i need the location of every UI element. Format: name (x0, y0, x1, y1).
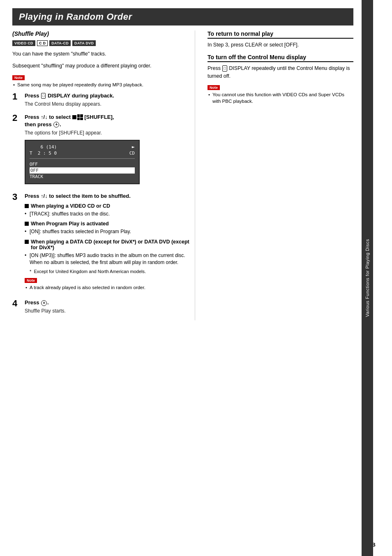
section-header-videocD: When playing a VIDEO CD or CD (25, 203, 191, 209)
circle-plus-icon-2 (41, 300, 47, 306)
note-label-right: Note (208, 85, 220, 90)
badge-data-cd: DATA-CD (49, 40, 71, 46)
section-label-data: When playing a DATA CD (except for DivX*… (31, 239, 191, 250)
badge-video-cd: VIDEO CD (12, 40, 35, 46)
step-4-desc: Shuffle Play starts. (25, 308, 191, 315)
section-item-track: [TRACK]: shuffles tracks on the disc. (25, 211, 191, 218)
section-item-on: [ON]: shuffles tracks selected in Progra… (25, 228, 191, 235)
page-title-box: Playing in Random Order (12, 8, 353, 25)
black-sq-3 (25, 240, 29, 244)
note-item-2: A track already played is also selected … (25, 284, 191, 291)
black-sq-1 (25, 204, 29, 208)
section-label-videocd: When playing a VIDEO CD or CD (31, 203, 110, 209)
left-column: (Shuffle Play) VIDEO CD C D DATA-CD DATA… (12, 30, 195, 320)
step-3-number: 3 (12, 192, 21, 202)
note-label-2: Note (25, 278, 37, 283)
right-text-1: In Step 3, press CLEAR or select [OFF]. (208, 41, 353, 49)
badge-cd: C D (37, 40, 48, 46)
section-body-program: [ON]: shuffles tracks selected in Progra… (25, 228, 191, 235)
note-text-right: You cannot use this function with VIDEO … (208, 91, 353, 104)
side-tab-text: Various Functions for Playing Discs (365, 239, 370, 317)
footnote: * Except for United Kingdom and North Am… (25, 269, 191, 275)
screen-track: 6 (14) (30, 144, 57, 150)
screen-option-off1: OFF (30, 161, 135, 167)
note-box-right: Note You cannot use this function with V… (208, 84, 353, 104)
step-1-desc: The Control Menu display appears. (25, 101, 191, 108)
section-label-program: When Program Play is activated (31, 221, 109, 227)
circle-plus-icon-1 (53, 122, 59, 127)
badge-data-dvd: DATA DVD (72, 40, 96, 46)
step-4-content: Press . Shuffle Play starts. (25, 299, 191, 316)
note-item-right: You cannot use this function with VIDEO … (208, 91, 353, 104)
screen-time: T 2 : 5 0 (30, 150, 57, 156)
screen-top-row: 6 (14) T 2 : 5 0 ► CD (30, 144, 135, 157)
display-icon-1: □ (41, 93, 46, 99)
screen-track-info: 6 (14) T 2 : 5 0 (30, 144, 57, 157)
subtitle: (Shuffle Play) (12, 30, 191, 37)
step-2: 2 Press ↑/↓ to select (12, 114, 191, 188)
badge-row: VIDEO CD C D DATA-CD DATA DVD (12, 40, 191, 46)
shuffle-sq (72, 115, 76, 119)
note-label-1: Note (12, 75, 25, 80)
section-header-data: When playing a DATA CD (except for DivX*… (25, 239, 191, 250)
intro-text-1: You can have the system "shuffle" tracks… (12, 50, 191, 58)
step-3-content: Press ↑/↓ to select the item to be shuff… (25, 192, 191, 295)
right-column: To return to normal play In Step 3, pres… (203, 30, 353, 320)
step-4: 4 Press . Shuffle Play starts. (12, 299, 191, 316)
black-sq-2 (25, 222, 29, 226)
step-4-number: 4 (12, 299, 21, 308)
shuffle-grid (77, 114, 83, 120)
step-2-content: Press ↑/↓ to select [SHUFFLE] (25, 114, 191, 188)
step-1-title: Press □ DISPLAY during playback. (25, 92, 191, 100)
step-1-number: 1 (12, 92, 21, 101)
note-text-1: Same song may be played repeatedly durin… (12, 81, 191, 88)
right-title-1: To return to normal play (208, 30, 353, 39)
step-1-content: Press □ DISPLAY during playback. The Con… (25, 92, 191, 109)
display-icon-2: □ (222, 65, 227, 72)
screen-mockup: 6 (14) T 2 : 5 0 ► CD OFF (25, 140, 140, 184)
shuffle-icon (72, 114, 83, 120)
page-title: Playing in Random Order (19, 12, 347, 22)
screen-option-track: TRACK (30, 174, 135, 180)
section-item-onmp3: [ON (MP3)]: shuffles MP3 audio tracks in… (25, 252, 191, 266)
step-2-desc: The options for [SHUFFLE] appear. (25, 130, 191, 137)
step-2-number: 2 (12, 114, 21, 123)
right-title-2: To turn off the Control Menu display (208, 54, 353, 62)
right-text-2: Press □ DISPLAY repeatedly until the Con… (208, 65, 353, 80)
screen-options: OFF OFF TRACK (30, 161, 135, 180)
screen-cd: CD (129, 151, 135, 156)
note-text-2: A track already played is also selected … (25, 284, 191, 291)
step-2-title: Press ↑/↓ to select [SHUFFLE] (25, 114, 191, 128)
section-body-data: [ON (MP3)]: shuffles MP3 audio tracks in… (25, 252, 191, 266)
step-1: 1 Press □ DISPLAY during playback. The C… (12, 92, 191, 109)
note-item-1: Same song may be played repeatedly durin… (13, 81, 191, 88)
screen-divider (30, 158, 135, 159)
section-header-program: When Program Play is activated (25, 221, 191, 227)
step-3: 3 Press ↑/↓ to select the item to be shu… (12, 192, 191, 295)
note-box-2: Note A track already played is also sele… (25, 277, 191, 291)
side-tab: Various Functions for Playing Discs (362, 0, 373, 556)
section-body-videocd: [TRACK]: shuffles tracks on the disc. (25, 211, 191, 218)
step-3-title: Press ↑/↓ to select the item to be shuff… (25, 192, 191, 200)
intro-text-2: Subsequent "shuffling" may produce a dif… (12, 62, 191, 70)
step-4-title: Press . (25, 299, 191, 306)
screen-arrow: ► (132, 144, 135, 150)
screen-option-off2: OFF (30, 167, 135, 174)
note-box-1: Note Same song may be played repeatedly … (12, 74, 191, 88)
